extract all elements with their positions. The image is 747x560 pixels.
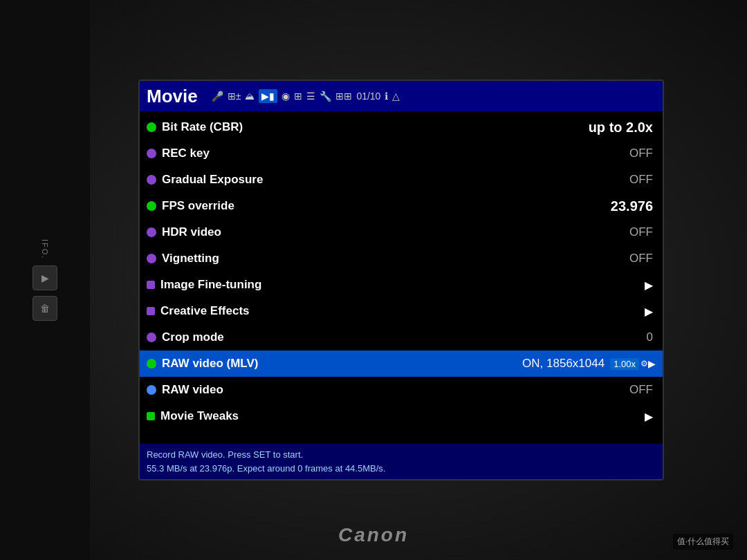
watermark: 值·什么值得买 [673,534,733,550]
value-movie-tweaks: ▶ [645,410,653,423]
label-bit-rate: Bit Rate (CBR) [162,120,589,134]
label-vignetting: Vignetting [162,252,629,265]
header-icons: 🎤 ⊞± ⛰ ▶▮ ◉ ⊞ ☰ 🔧 ⊞⊞ 01/10 ℹ △ [212,89,656,103]
canon-logo: Canon [338,524,409,546]
status-dot-gradual [147,175,156,185]
info-line-2: 55.3 MB/s at 23.976p. Expect around 0 fr… [147,462,656,476]
screen-content: Movie 🎤 ⊞± ⛰ ▶▮ ◉ ⊞ ☰ 🔧 ⊞⊞ 01/10 ℹ △ [140,81,663,479]
menu-item-gradual-exposure[interactable]: Gradual Exposure OFF [140,167,663,193]
label-creative-effects: Creative Effects [160,304,645,318]
value-fps-override: 23.976 [611,198,653,214]
menu-item-fps-override[interactable]: FPS override 23.976 [140,193,663,219]
camera-background: IFO. ▶ 🗑 Movie 🎤 ⊞± ⛰ ▶▮ ◉ ⊞ ☰ 🔧 ⊞⊞ 01/1… [0,0,747,560]
value-raw-video: OFF [629,383,653,397]
arrow-right-icon: ▶ [648,358,656,369]
wrench-icon: 🔧 [320,91,331,102]
quad-icon: ⊞⊞ [335,91,352,102]
label-crop-mode: Crop mode [162,330,647,344]
menu-item-movie-tweaks[interactable]: Movie Tweaks ▶ [140,403,663,429]
info-icon: ℹ [385,91,388,102]
zoom-badge: 1.00x [610,358,639,370]
movie-icon: ▶▮ [259,89,277,103]
menu-list: Bit Rate (CBR) up to 2.0x REC key OFF Gr… [140,111,663,432]
binary-icon: 01/10 [356,91,380,102]
camera-screen: Movie 🎤 ⊞± ⛰ ▶▮ ◉ ⊞ ☰ 🔧 ⊞⊞ 01/10 ℹ △ [138,80,664,480]
delete-button[interactable]: 🗑 [33,296,57,321]
value-bit-rate: up to 2.0x [589,120,653,136]
label-raw-video: RAW video [162,383,629,397]
status-dot-vignetting [147,254,156,263]
status-dot-bit-rate [147,122,156,132]
value-crop-mode: 0 [647,330,653,344]
alert-icon: △ [392,91,400,102]
value-raw-video-mlv: ON, 1856x1044 [522,357,605,371]
info-bar: Record RAW video. Press SET to start. 55… [140,444,663,479]
value-rec-key: OFF [629,147,653,160]
menu-item-crop-mode[interactable]: Crop mode 0 [140,324,663,351]
status-dot-image-fine [147,281,155,289]
mic-icon: 🎤 [212,91,223,102]
menu-title: Movie [147,86,198,107]
status-dot-hdr [147,227,156,237]
status-dot-crop [147,333,156,342]
label-rec-key: REC key [162,147,629,160]
gear-settings-icon: ⚙ [640,359,648,368]
label-movie-tweaks: Movie Tweaks [160,409,645,423]
menu-item-raw-video[interactable]: RAW video OFF [140,377,663,403]
label-raw-video-mlv: RAW video (MLV) [162,357,522,371]
label-fps-override: FPS override [162,199,611,213]
status-dot-raw-mlv [147,359,156,368]
status-dot-rec-key [147,149,156,158]
list-icon: ☰ [306,91,315,102]
value-gradual-exposure: OFF [629,173,653,187]
grid-icon: ⊞ [294,91,302,102]
menu-item-raw-video-mlv[interactable]: RAW video (MLV) ON, 1856x1044 1.00x ⚙ ▶ [140,351,663,377]
label-gradual-exposure: Gradual Exposure [162,173,629,187]
left-panel: IFO. ▶ 🗑 [0,0,90,560]
value-hdr-video: OFF [629,225,653,239]
menu-item-rec-key[interactable]: REC key OFF [140,140,663,167]
value-image-fine-tuning: ▶ [645,279,653,292]
label-hdr-video: HDR video [162,225,629,239]
header-bar: Movie 🎤 ⊞± ⛰ ▶▮ ◉ ⊞ ☰ 🔧 ⊞⊞ 01/10 ℹ △ [140,81,663,111]
photo-icon: ◉ [282,91,290,102]
menu-item-image-fine-tuning[interactable]: Image Fine-tuning ▶ [140,272,663,298]
status-dot-raw [147,385,156,395]
value-creative-effects: ▶ [645,305,653,318]
menu-item-hdr-video[interactable]: HDR video OFF [140,219,663,245]
menu-item-creative-effects[interactable]: Creative Effects ▶ [140,298,663,324]
label-image-fine-tuning: Image Fine-tuning [160,278,645,292]
play-button[interactable]: ▶ [33,265,57,290]
info-line-1: Record RAW video. Press SET to start. [147,448,656,462]
status-dot-tweaks [147,412,155,420]
scene-icon: ⛰ [245,91,255,102]
status-dot-fps [147,201,156,211]
expo-icon: ⊞± [228,91,241,102]
info-label: IFO. [41,239,49,259]
menu-item-bit-rate[interactable]: Bit Rate (CBR) up to 2.0x [140,114,663,140]
menu-item-vignetting[interactable]: Vignetting OFF [140,245,663,272]
value-vignetting: OFF [629,252,653,265]
status-dot-creative [147,307,155,315]
